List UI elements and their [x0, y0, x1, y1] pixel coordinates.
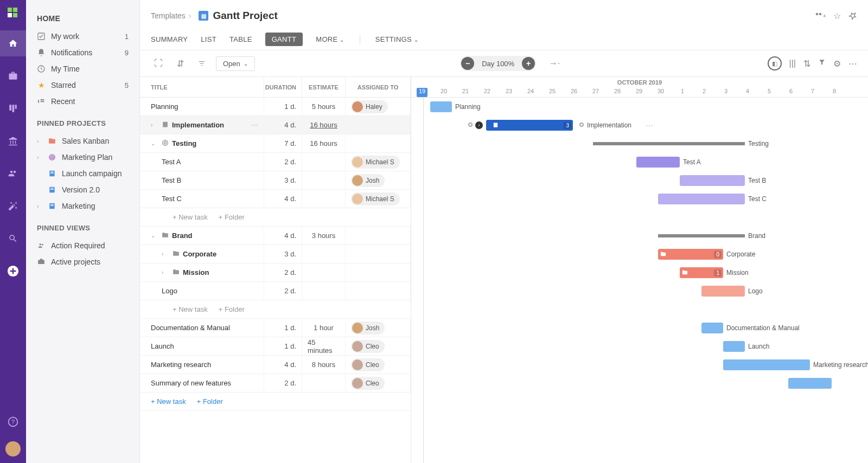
- assignee-chip[interactable]: Haley: [351, 100, 388, 113]
- task-row[interactable]: Test B3 d.Josh: [140, 171, 411, 190]
- zoom-out-button[interactable]: −: [461, 57, 474, 70]
- timeline-day[interactable]: 29: [628, 88, 650, 97]
- gantt-bar[interactable]: Launch: [723, 341, 745, 352]
- gantt-bar[interactable]: Marketing research: [723, 359, 810, 370]
- gantt-timeline[interactable]: OCTOBER 2019 192021222324252627282930123…: [411, 77, 868, 463]
- new-folder-button[interactable]: + Folder: [219, 305, 245, 313]
- expand-icon[interactable]: ›: [162, 269, 169, 275]
- timeline-day[interactable]: 2: [693, 88, 715, 97]
- timeline-day[interactable]: 21: [455, 88, 476, 97]
- sidebar-project-sales-kanban[interactable]: ›Sales Kanban: [26, 133, 139, 149]
- gantt-bar[interactable]: 1Mission: [680, 267, 723, 278]
- chevron-right-icon[interactable]: ›: [37, 154, 42, 160]
- sidebar-view-active-projects[interactable]: Active projects: [26, 254, 139, 270]
- tab-settings[interactable]: SETTINGS ⌄: [375, 35, 419, 43]
- task-row[interactable]: ›Mission2 d.: [140, 263, 411, 282]
- task-row[interactable]: ⌄Brand4 d.3 hours: [140, 227, 411, 245]
- nav-help[interactable]: ?: [0, 409, 26, 435]
- expand-icon[interactable]: ⌄: [151, 233, 158, 239]
- assignee-chip[interactable]: Cleo: [351, 358, 385, 371]
- nav-board[interactable]: [0, 95, 26, 121]
- sidebar-project-marketing-plan[interactable]: ›Marketing Plan: [26, 149, 139, 165]
- expand-icon[interactable]: ›: [151, 122, 158, 128]
- new-folder-button[interactable]: + Folder: [219, 213, 245, 221]
- more-icon[interactable]: ⋯: [646, 121, 653, 130]
- timeline-day[interactable]: 20: [433, 88, 455, 97]
- new-task-button[interactable]: + New task: [173, 305, 208, 313]
- columns-icon[interactable]: |||: [789, 59, 796, 68]
- assignee-chip[interactable]: Michael S: [351, 156, 400, 169]
- sidebar-project-version-2.0[interactable]: Version 2.0: [26, 182, 139, 198]
- timeline-day[interactable]: 8: [824, 88, 845, 97]
- timeline-day[interactable]: 19: [417, 88, 427, 97]
- open-dropdown[interactable]: Open ⌄: [216, 56, 255, 71]
- task-row[interactable]: Summary of new features2 d.Cleo: [140, 374, 411, 393]
- task-row[interactable]: ›Implementation⋯4 d.16 hours: [140, 116, 411, 134]
- timeline-day[interactable]: 5: [758, 88, 780, 97]
- timeline-day[interactable]: 4: [737, 88, 758, 97]
- tab-gantt[interactable]: GANTT: [265, 33, 303, 46]
- timeline-day[interactable]: 22: [476, 88, 498, 97]
- timeline-day[interactable]: 30: [650, 88, 672, 97]
- expand-icon[interactable]: ⛶: [151, 56, 166, 71]
- nav-users[interactable]: [0, 160, 26, 187]
- chevron-right-icon[interactable]: ›: [37, 138, 42, 144]
- timeline-day[interactable]: 26: [563, 88, 585, 97]
- collapse-icon[interactable]: ⇵: [173, 56, 188, 71]
- gantt-bar[interactable]: Documentation & Manual: [701, 323, 723, 333]
- sidebar-item-notifications[interactable]: Notifications9: [26, 44, 139, 61]
- sidebar-view-action-required[interactable]: Action Required: [26, 237, 139, 254]
- zoom-in-button[interactable]: +: [522, 57, 535, 70]
- task-row[interactable]: Planning1 d.5 hoursHaley: [140, 98, 411, 116]
- timeline-day[interactable]: 6: [780, 88, 802, 97]
- more-icon[interactable]: ⋯: [251, 121, 258, 129]
- new-task-button[interactable]: + New task: [173, 213, 208, 221]
- gantt-bar[interactable]: Planning: [430, 101, 452, 112]
- nav-search[interactable]: [0, 226, 26, 252]
- assignee-chip[interactable]: Cleo: [351, 377, 385, 390]
- sidebar-item-starred[interactable]: ★Starred5: [26, 77, 139, 93]
- tab-more[interactable]: MORE ⌄: [316, 35, 344, 43]
- sidebar-item-recent[interactable]: Recent: [26, 93, 139, 110]
- new-task-button[interactable]: + New task: [151, 397, 186, 406]
- nav-home[interactable]: [0, 30, 26, 56]
- task-row[interactable]: Marketing research4 d.8 hoursCleo: [140, 356, 411, 374]
- chevron-right-icon[interactable]: ›: [37, 203, 42, 209]
- timeline-day[interactable]: 25: [541, 88, 563, 97]
- sidebar-item-my-time[interactable]: My Time: [26, 61, 139, 77]
- pin-icon[interactable]: [848, 11, 857, 20]
- user-avatar[interactable]: [5, 441, 21, 456]
- gantt-bar[interactable]: 0Corporate: [658, 249, 723, 260]
- tab-table[interactable]: TABLE: [229, 35, 252, 43]
- sidebar-project-marketing[interactable]: ›Marketing: [26, 198, 139, 214]
- gantt-bar[interactable]: Logo: [701, 286, 745, 297]
- filter-icon[interactable]: [818, 59, 826, 68]
- task-row[interactable]: ⌄Testing7 d.16 hours: [140, 134, 411, 153]
- nav-wand[interactable]: [0, 193, 26, 219]
- sort-icon[interactable]: ⇅: [803, 59, 810, 69]
- sidebar-project-launch-campaign[interactable]: Launch campaign: [26, 165, 139, 182]
- task-row[interactable]: Test C4 d.Michael S: [140, 190, 411, 208]
- task-row[interactable]: ›Corporate3 d.: [140, 245, 411, 263]
- goto-today-icon[interactable]: →·: [547, 56, 562, 71]
- assignee-chip[interactable]: Josh: [351, 174, 385, 187]
- timeline-day[interactable]: 3: [715, 88, 737, 97]
- assignee-chip[interactable]: Josh: [351, 321, 385, 335]
- new-folder-button[interactable]: + Folder: [197, 397, 223, 406]
- filter-rows-icon[interactable]: [194, 56, 209, 71]
- assignee-chip[interactable]: Michael S: [351, 192, 400, 205]
- timeline-day[interactable]: 27: [585, 88, 607, 97]
- gantt-bar[interactable]: [788, 378, 832, 389]
- task-row[interactable]: Launch1 d.45 minutesCleo: [140, 337, 411, 356]
- nav-add[interactable]: [0, 258, 26, 284]
- settings-icon[interactable]: ⚙: [833, 59, 841, 69]
- gantt-bar[interactable]: Test A: [636, 157, 680, 168]
- nav-briefcase[interactable]: [0, 63, 26, 89]
- more-icon[interactable]: ⋯: [848, 59, 857, 69]
- sidebar-item-my-work[interactable]: My work1: [26, 28, 139, 44]
- gantt-bar[interactable]: Test B: [680, 175, 745, 186]
- nav-institution[interactable]: [0, 128, 26, 154]
- gantt-bar[interactable]: Brand: [658, 234, 745, 237]
- timeline-day[interactable]: 23: [498, 88, 520, 97]
- timeline-day[interactable]: 24: [520, 88, 541, 97]
